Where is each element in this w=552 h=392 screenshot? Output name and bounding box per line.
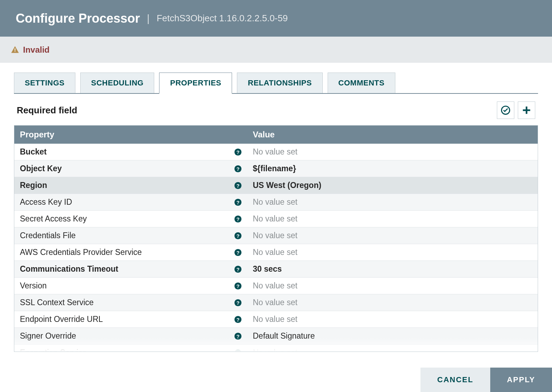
help-icon[interactable]: ?: [234, 165, 242, 173]
required-field-label: Required field: [17, 105, 77, 116]
property-name-cell[interactable]: Credentials File?: [14, 227, 247, 244]
table-row[interactable]: Access Key ID?No value set: [14, 194, 538, 211]
property-name: AWS Credentials Provider Service: [20, 248, 142, 257]
apply-button[interactable]: APPLY: [490, 368, 552, 392]
property-value-cell[interactable]: No value set: [247, 227, 480, 244]
help-icon[interactable]: ?: [234, 332, 242, 340]
property-name-cell[interactable]: Access Key ID?: [14, 194, 247, 210]
svg-text:?: ?: [236, 333, 239, 339]
table-row[interactable]: Region?US West (Oregon): [14, 177, 538, 194]
toolbar-buttons: [497, 101, 535, 119]
property-value-cell[interactable]: ${filename}: [247, 160, 480, 177]
tab-properties[interactable]: PROPERTIES: [159, 73, 232, 94]
property-name-cell[interactable]: Endpoint Override URL?: [14, 311, 247, 327]
table-row[interactable]: Endpoint Override URL?No value set: [14, 311, 538, 328]
tab-relationships[interactable]: RELATIONSHIPS: [237, 73, 322, 93]
property-actions-cell: [480, 227, 538, 244]
property-name: Endpoint Override URL: [20, 315, 103, 324]
property-value-cell[interactable]: No value set: [247, 311, 480, 328]
table-row[interactable]: Communications Timeout?30 secs: [14, 261, 538, 278]
property-value-cell[interactable]: Default Signature: [247, 328, 480, 345]
help-icon[interactable]: ?: [234, 182, 242, 189]
table-row[interactable]: Credentials File?No value set: [14, 227, 538, 244]
property-value-cell[interactable]: No value set: [247, 144, 480, 160]
table-row[interactable]: SSL Context Service?No value set: [14, 294, 538, 311]
property-name: Signer Override: [20, 331, 76, 341]
svg-text:?: ?: [236, 300, 239, 306]
property-name: Credentials File: [20, 231, 76, 240]
help-icon[interactable]: ?: [234, 349, 242, 352]
property-name-cell[interactable]: Communications Timeout?: [14, 261, 247, 277]
dialog-footer: CANCEL APPLY: [420, 368, 552, 392]
svg-text:?: ?: [236, 199, 239, 205]
property-name-cell[interactable]: Encryption Service?: [14, 345, 247, 352]
property-actions-cell: [480, 211, 538, 227]
property-name-cell[interactable]: Version?: [14, 278, 247, 294]
column-header-value[interactable]: Value: [247, 126, 480, 144]
property-value-cell[interactable]: 30 secs: [247, 261, 480, 278]
cancel-button[interactable]: CANCEL: [420, 368, 490, 392]
warning-icon: [10, 45, 20, 54]
properties-table: Property Value Bucket?No value setObject…: [14, 126, 538, 352]
property-value-cell[interactable]: No value set: [247, 211, 480, 227]
property-name-cell[interactable]: Bucket?: [14, 144, 247, 160]
help-icon[interactable]: ?: [234, 232, 242, 240]
help-icon[interactable]: ?: [234, 282, 242, 290]
property-value-cell[interactable]: No value set: [247, 345, 480, 352]
tab-bar: SETTINGS SCHEDULING PROPERTIES RELATIONS…: [14, 73, 538, 94]
property-name: Communications Timeout: [20, 264, 118, 274]
table-row[interactable]: AWS Credentials Provider Service?No valu…: [14, 244, 538, 261]
table-row[interactable]: Object Key?${filename}: [14, 160, 538, 177]
property-value-cell[interactable]: No value set: [247, 294, 480, 311]
tab-scheduling[interactable]: SCHEDULING: [80, 73, 154, 93]
svg-text:?: ?: [236, 233, 239, 239]
property-name-cell[interactable]: Region?: [14, 177, 247, 194]
help-icon[interactable]: ?: [234, 299, 242, 307]
validation-status-bar: Invalid: [0, 37, 552, 63]
help-icon[interactable]: ?: [234, 249, 242, 256]
properties-toolbar: Required field: [14, 94, 538, 125]
validation-status-text: Invalid: [23, 45, 50, 55]
help-icon[interactable]: ?: [234, 265, 242, 273]
svg-rect-4: [523, 110, 530, 111]
svg-rect-1: [15, 51, 15, 52]
table-row[interactable]: Encryption Service?No value set: [14, 345, 538, 352]
column-header-property[interactable]: Property: [14, 126, 247, 144]
help-icon[interactable]: ?: [234, 148, 242, 156]
property-actions-cell: [480, 294, 538, 311]
property-name-cell[interactable]: SSL Context Service?: [14, 294, 247, 311]
property-actions-cell: [480, 278, 538, 294]
property-name: Object Key: [20, 164, 62, 173]
table-row[interactable]: Bucket?No value set: [14, 144, 538, 160]
add-property-button[interactable]: [518, 101, 535, 119]
property-actions-cell: [480, 177, 538, 194]
help-icon[interactable]: ?: [234, 316, 242, 323]
svg-text:?: ?: [236, 317, 239, 322]
property-actions-cell: [480, 311, 538, 328]
property-name-cell[interactable]: Secret Access Key?: [14, 211, 247, 227]
property-value-cell[interactable]: No value set: [247, 244, 480, 261]
svg-text:?: ?: [236, 216, 239, 222]
table-row[interactable]: Version?No value set: [14, 278, 538, 294]
properties-table-wrap: Property Value Bucket?No value setObject…: [14, 125, 538, 352]
help-icon[interactable]: ?: [234, 215, 242, 223]
tab-settings[interactable]: SETTINGS: [14, 73, 75, 93]
property-name-cell[interactable]: AWS Credentials Provider Service?: [14, 244, 247, 261]
svg-text:?: ?: [236, 149, 239, 155]
dialog-subtitle: FetchS3Object 1.16.0.2.2.5.0-59: [157, 13, 288, 24]
property-value-cell[interactable]: No value set: [247, 194, 480, 211]
help-icon[interactable]: ?: [234, 198, 242, 206]
property-actions-cell: [480, 160, 538, 177]
property-actions-cell: [480, 328, 538, 345]
table-row[interactable]: Secret Access Key?No value set: [14, 211, 538, 227]
property-actions-cell: [480, 244, 538, 261]
property-name-cell[interactable]: Signer Override?: [14, 328, 247, 344]
svg-text:?: ?: [236, 350, 239, 352]
verify-button[interactable]: [497, 101, 514, 119]
table-row[interactable]: Signer Override?Default Signature: [14, 328, 538, 345]
dialog-title: Configure Processor: [16, 11, 140, 26]
property-name-cell[interactable]: Object Key?: [14, 160, 247, 177]
property-value-cell[interactable]: US West (Oregon): [247, 177, 480, 194]
property-value-cell[interactable]: No value set: [247, 278, 480, 294]
tab-comments[interactable]: COMMENTS: [328, 73, 395, 93]
